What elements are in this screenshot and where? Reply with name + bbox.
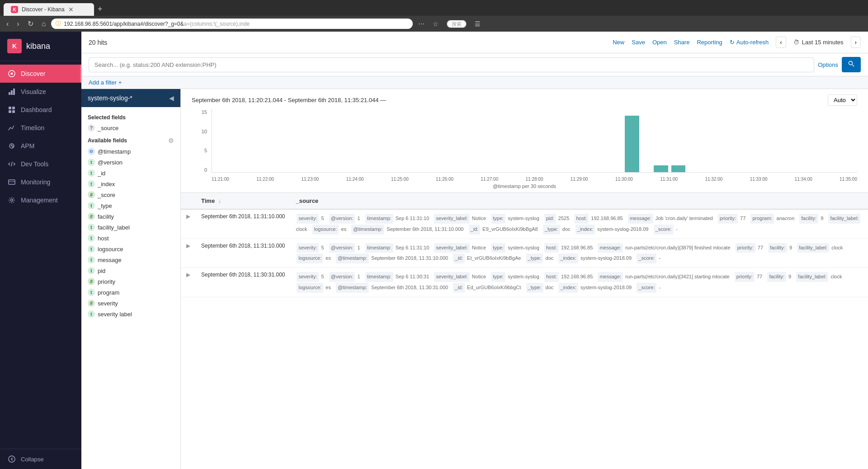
field-val: facility_label: <box>796 272 828 282</box>
save-btn[interactable]: Save <box>632 39 645 46</box>
toggle-sidebar-btn[interactable]: ◀ <box>169 94 174 102</box>
options-btn[interactable]: Options <box>818 61 838 68</box>
field-item-source[interactable]: ? _source <box>81 122 180 133</box>
expand-row-1-btn[interactable]: ▶ <box>186 213 190 220</box>
sidebar-item-devtools[interactable]: Dev Tools <box>0 155 81 173</box>
field-val: type: <box>491 214 505 224</box>
sidebar-item-discover[interactable]: Discover <box>0 65 81 83</box>
prev-time-btn[interactable]: ‹ <box>776 37 786 48</box>
time-range-display[interactable]: ⏱ Last 15 minutes <box>793 39 844 46</box>
forward-btn[interactable]: › <box>14 19 22 29</box>
tab-close-btn[interactable]: ✕ <box>68 6 74 13</box>
x-label-2: 11:22:00 <box>256 177 274 182</box>
monitoring-icon <box>7 178 16 187</box>
sidebar-item-dashboard[interactable]: Dashboard <box>0 101 81 119</box>
field-type-t-icon-facility-label: t <box>88 224 95 231</box>
address-bar[interactable]: ⓘ 192.168.96.85:5601/app/kibana#/discove… <box>51 19 413 29</box>
field-val: _type: <box>526 283 543 293</box>
discover-icon <box>7 69 16 78</box>
field-item-pid[interactable]: t pid <box>81 265 180 276</box>
field-val: _score: <box>637 283 656 293</box>
field-item-priority[interactable]: # priority <box>81 276 180 287</box>
devtools-icon <box>7 159 16 169</box>
field-item-score[interactable]: # _score <box>81 189 180 200</box>
x-label-11: 11:31:00 <box>660 177 678 182</box>
field-val: severity_label: <box>434 214 469 224</box>
field-val: pid: <box>544 214 556 224</box>
source-cell-3: severity: 5 @version: 1 timestamp: Sep 6… <box>290 268 868 297</box>
new-btn[interactable]: New <box>613 39 624 46</box>
back-btn[interactable]: ‹ <box>4 19 11 29</box>
fields-section: Selected fields ? _source Available fiel… <box>81 107 180 469</box>
reporting-btn[interactable]: Reporting <box>697 39 722 46</box>
field-type-t-icon-program: t <box>88 289 95 296</box>
url-text: 192.168.96.85:5601/app/kibana#/discover?… <box>64 21 408 27</box>
collapse-btn[interactable]: Collapse <box>7 455 74 464</box>
svg-point-1 <box>11 73 13 75</box>
time-col-header[interactable]: Time ↓ <box>196 193 290 209</box>
home-btn[interactable]: ⌂ <box>39 19 49 29</box>
field-item-type[interactable]: t _type <box>81 200 180 211</box>
field-item-severity-label[interactable]: t severity label <box>81 309 180 319</box>
sidebar-item-timelion[interactable]: Timelion <box>0 119 81 137</box>
field-item-message[interactable]: t message <box>81 254 180 265</box>
timelion-icon <box>7 123 16 132</box>
field-type-t-icon-severity-label: t <box>88 310 95 318</box>
browser-toolbar: ‹ › ↻ ⌂ ⓘ 192.168.96.85:5601/app/kibana#… <box>0 16 868 32</box>
chart-bar-2 <box>654 165 668 172</box>
date-range-label: September 6th 2018, 11:20:21.044 - Septe… <box>192 97 386 103</box>
fields-settings-btn[interactable]: ⚙ <box>168 137 174 144</box>
x-label-8: 11:28:00 <box>526 177 543 182</box>
field-item-program[interactable]: t program <box>81 287 180 298</box>
bookmark-btn[interactable]: ☆ <box>430 19 441 28</box>
menu-btn[interactable]: ☰ <box>472 19 483 28</box>
expand-row-3-btn[interactable]: ▶ <box>186 272 190 278</box>
results-table: Time ↓ _source ▶ September 6th 2018, 11:… <box>181 193 868 297</box>
field-val: @version: <box>329 243 355 253</box>
field-val: facility: <box>799 214 818 224</box>
add-filter-btn[interactable]: Add a filter + <box>89 79 122 86</box>
refresh-btn[interactable]: ↻ <box>25 19 36 29</box>
right-panel: September 6th 2018, 11:20:21.044 - Septe… <box>181 89 868 469</box>
extensions-btn[interactable]: ⋯ <box>415 19 427 28</box>
expand-row-2-btn[interactable]: ▶ <box>186 243 190 249</box>
field-val: host: <box>544 243 559 253</box>
field-item-facility[interactable]: # facility <box>81 211 180 222</box>
field-item-host[interactable]: t host <box>81 233 180 244</box>
available-fields-title: Available fields <box>88 137 127 144</box>
field-item-severity[interactable]: # severity <box>81 298 180 309</box>
sidebar-item-monitoring[interactable]: Monitoring <box>0 173 81 191</box>
field-val: _id: <box>453 253 465 263</box>
share-btn[interactable]: Share <box>674 39 690 46</box>
new-tab-btn[interactable]: + <box>94 3 106 16</box>
next-time-btn[interactable]: › <box>851 37 861 48</box>
open-btn[interactable]: Open <box>652 39 667 46</box>
sidebar-item-apm[interactable]: APM <box>0 137 81 155</box>
field-item-logsource[interactable]: t logsource <box>81 244 180 254</box>
field-name-facility-label: facility_label <box>98 224 130 231</box>
sidebar-item-management[interactable]: Management <box>0 191 81 209</box>
sidebar-label-apm: APM <box>21 142 34 150</box>
chart-x-axis: 11:21:00 11:22:00 11:23:00 11:24:00 11:2… <box>212 173 857 182</box>
apm-icon <box>7 141 16 150</box>
field-item-timestamp[interactable]: ⊙ @timestamp <box>81 146 180 157</box>
sidebar-item-visualize[interactable]: Visualize <box>0 83 81 101</box>
left-panel: system-syslog-* ◀ Selected fields ? _sou… <box>81 89 181 469</box>
search-input[interactable] <box>89 57 814 72</box>
field-type-q-icon: ? <box>88 124 95 131</box>
search-browser-btn[interactable]: 搜索 <box>444 19 469 28</box>
search-submit-btn[interactable] <box>842 57 861 72</box>
kibana-icon: K <box>7 39 22 53</box>
expand-col-header <box>181 193 196 209</box>
interval-dropdown[interactable]: Auto <box>828 94 857 106</box>
field-item-version[interactable]: t @version <box>81 157 180 168</box>
svg-rect-11 <box>9 180 15 184</box>
auto-refresh-btn[interactable]: ↻ Auto-refresh <box>730 39 769 46</box>
browser-tab[interactable]: K Discover - Kibana ✕ <box>4 3 94 16</box>
field-val: message: <box>628 214 653 224</box>
chart-y-axis: 15 10 5 0 <box>192 109 210 173</box>
field-item-facility-label[interactable]: t facility_label <box>81 222 180 233</box>
field-item-index[interactable]: t _index <box>81 178 180 189</box>
field-item-id[interactable]: t _id <box>81 168 180 178</box>
search-field[interactable]: 搜索 <box>447 20 467 28</box>
